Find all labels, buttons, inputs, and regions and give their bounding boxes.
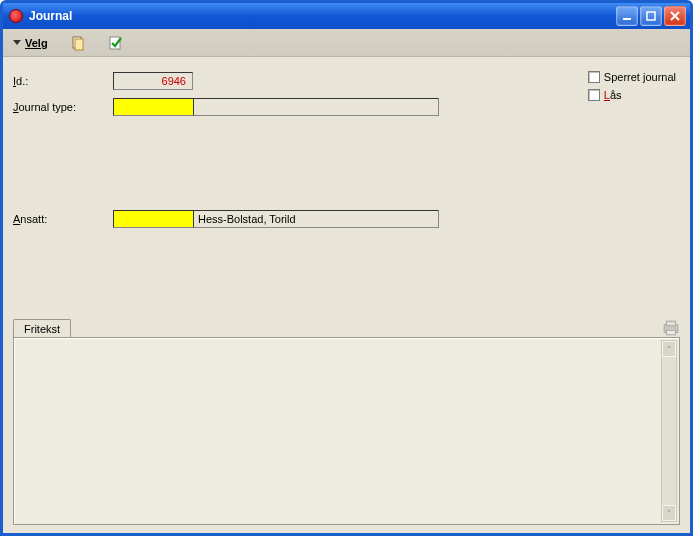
- close-button[interactable]: [664, 6, 686, 26]
- document-copy-icon: [70, 35, 86, 51]
- fritekst-panel: ˄ ˅: [13, 337, 680, 525]
- spacer: [13, 123, 680, 209]
- id-label: Id.:: [13, 75, 113, 87]
- window-title: Journal: [29, 9, 616, 23]
- svg-rect-6: [667, 321, 676, 326]
- journal-type-row: Journal type: ▲ ▼: [13, 97, 680, 117]
- window-controls: [616, 6, 686, 26]
- svg-rect-1: [647, 12, 655, 20]
- id-value: 6946: [113, 72, 193, 90]
- ansatt-row: Ansatt: ▲ ▼ Hess-Bolstad, Torild: [13, 209, 680, 229]
- content-area: Sperret journal Lås Id.: 6946 Journal ty…: [3, 57, 690, 533]
- svg-rect-7: [667, 330, 676, 335]
- tab-header: Fritekst: [13, 318, 680, 337]
- svg-rect-0: [623, 18, 631, 20]
- sperret-journal-label: Sperret journal: [604, 71, 676, 83]
- las-checkbox-row[interactable]: Lås: [588, 89, 676, 101]
- minimize-button[interactable]: [616, 6, 638, 26]
- dropdown-arrow-icon: [13, 40, 21, 45]
- scroll-down-button[interactable]: ˅: [662, 505, 676, 521]
- ansatt-name[interactable]: Hess-Bolstad, Torild: [193, 210, 439, 228]
- journal-type-text[interactable]: [193, 98, 439, 116]
- scroll-up-button[interactable]: ˄: [662, 341, 676, 357]
- maximize-button[interactable]: [640, 6, 662, 26]
- window-frame: Journal Velg: [0, 0, 693, 536]
- journal-type-label: Journal type:: [13, 101, 113, 113]
- checkbox-icon: [588, 89, 600, 101]
- sperret-journal-checkbox-row[interactable]: Sperret journal: [588, 71, 676, 83]
- toolbar: Velg: [3, 29, 690, 57]
- journal-type-code-field[interactable]: ▲ ▼: [113, 98, 193, 116]
- velg-label: Velg: [25, 37, 48, 49]
- app-icon: [9, 9, 23, 23]
- vertical-scrollbar[interactable]: ˄ ˅: [661, 340, 677, 522]
- toolbar-copy-button[interactable]: [70, 35, 86, 51]
- id-row: Id.: 6946: [13, 71, 680, 91]
- document-check-icon: [108, 35, 124, 51]
- right-checkbox-group: Sperret journal Lås: [588, 71, 676, 101]
- fritekst-textarea[interactable]: [16, 340, 661, 522]
- ansatt-label: Ansatt:: [13, 213, 113, 225]
- checkbox-icon: [588, 71, 600, 83]
- las-label: Lås: [604, 89, 622, 101]
- svg-rect-3: [75, 39, 83, 50]
- tab-fritekst[interactable]: Fritekst: [13, 319, 71, 338]
- ansatt-code-field[interactable]: ▲ ▼: [113, 210, 193, 228]
- print-icon[interactable]: [662, 319, 680, 337]
- titlebar: Journal: [3, 3, 690, 29]
- toolbar-confirm-button[interactable]: [108, 35, 124, 51]
- velg-menu[interactable]: Velg: [13, 37, 48, 49]
